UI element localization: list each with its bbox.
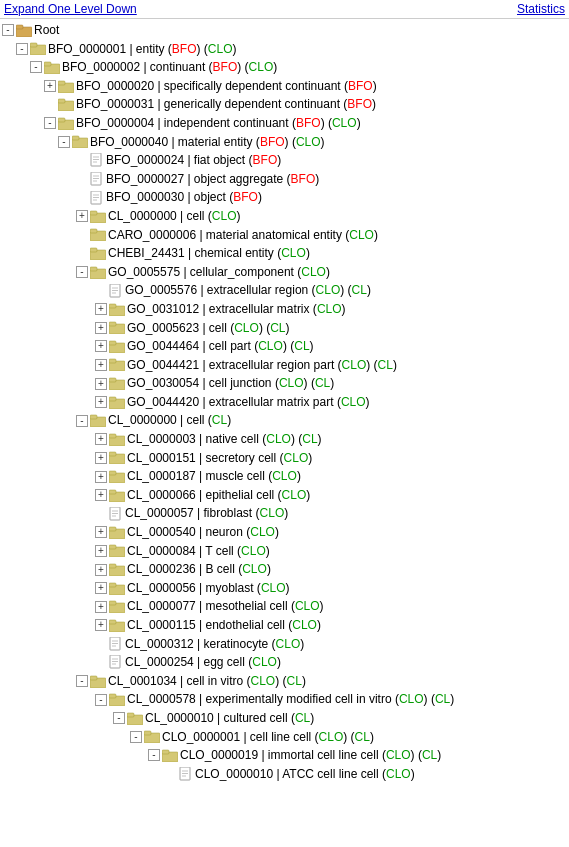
- node-label: GO_0005575 | cellular_component (CLO): [108, 263, 330, 282]
- folder-icon: [90, 210, 106, 223]
- svg-rect-65: [109, 527, 116, 531]
- folder-icon: [109, 619, 125, 632]
- toggle-CL_0000066[interactable]: +: [95, 489, 107, 501]
- folder-icon: [90, 675, 106, 688]
- node-label: CL_0000066 | epithelial cell (CLO): [127, 486, 310, 505]
- node-label: CL_0000000 | cell (CLO): [108, 207, 241, 226]
- svg-rect-43: [109, 341, 116, 345]
- svg-rect-41: [109, 322, 116, 326]
- tree-row: CL_0000057 | fibroblast (CLO): [0, 504, 569, 523]
- svg-rect-67: [109, 545, 116, 549]
- expand-one-level-link[interactable]: Expand One Level Down: [4, 2, 137, 16]
- svg-rect-11: [58, 118, 65, 122]
- svg-rect-59: [109, 490, 116, 494]
- doc-icon: [109, 507, 123, 521]
- toggle-GO_0005575[interactable]: -: [76, 266, 88, 278]
- tree-container: - Root - BFO_0000001 | entity (BFO) (CLO…: [0, 19, 569, 785]
- svg-rect-5: [44, 62, 51, 66]
- node-label: CLO_0000001 | cell line cell (CLO) (CL): [162, 728, 374, 747]
- node-label: CLO_0000010 | ATCC cell line cell (CLO): [195, 765, 415, 784]
- toggle-CL_0000540[interactable]: +: [95, 526, 107, 538]
- toggle-BFO_0000040[interactable]: -: [58, 136, 70, 148]
- tree-row: + CL_0000187 | muscle cell (CLO): [0, 467, 569, 486]
- toggle-CL_0000236[interactable]: +: [95, 564, 107, 576]
- folder-icon: [109, 433, 125, 446]
- toggle-BFO_0000002[interactable]: -: [30, 61, 42, 73]
- tree-row: + CL_0000115 | endothelial cell (CLO): [0, 616, 569, 635]
- svg-rect-93: [162, 750, 169, 754]
- toggle-CL_0001034[interactable]: -: [76, 675, 88, 687]
- tree-row: BFO_0000024 | fiat object (BFO): [0, 151, 569, 170]
- toggle-CL_0000000_1[interactable]: +: [76, 210, 88, 222]
- folder-icon: [162, 749, 178, 762]
- tree-row: + CL_0000066 | epithelial cell (CLO): [0, 486, 569, 505]
- toggle-CL_0000077[interactable]: +: [95, 601, 107, 613]
- tree-row: + GO_0031012 | extracellular matrix (CLO…: [0, 300, 569, 319]
- node-label: GO_0030054 | cell junction (CLO) (CL): [127, 374, 334, 393]
- toggle-CL_0000003[interactable]: +: [95, 433, 107, 445]
- tree-row: + CL_0000084 | T cell (CLO): [0, 542, 569, 561]
- tree-row: - GO_0005575 | cellular_component (CLO): [0, 263, 569, 282]
- toggle-GO_0031012[interactable]: +: [95, 303, 107, 315]
- tree-row: - BFO_0000004 | independent continuant (…: [0, 114, 569, 133]
- toggle-CLO_0000019[interactable]: -: [148, 749, 160, 761]
- folder-icon: [109, 563, 125, 576]
- svg-rect-27: [90, 211, 97, 215]
- node-label: CL_0000236 | B cell (CLO): [127, 560, 271, 579]
- toggle-BFO_0000020[interactable]: +: [44, 80, 56, 92]
- toggle-GO_0030054[interactable]: +: [95, 378, 107, 390]
- node-label: CL_0000003 | native cell (CLO) (CL): [127, 430, 322, 449]
- node-label: CL_0000254 | egg cell (CLO): [125, 653, 281, 672]
- toggle-BFO_0000001[interactable]: -: [16, 43, 28, 55]
- toggle-GO_0044421[interactable]: +: [95, 359, 107, 371]
- tree-row: + CL_0000056 | myoblast (CLO): [0, 579, 569, 598]
- node-label: BFO_0000004 | independent continuant (BF…: [76, 114, 361, 133]
- node-label: GO_0031012 | extracellular matrix (CLO): [127, 300, 346, 319]
- folder-icon: [90, 228, 106, 241]
- toggle-CL_0000578[interactable]: -: [95, 694, 107, 706]
- toggle-CL_0000115[interactable]: +: [95, 619, 107, 631]
- folder-icon: [30, 42, 46, 55]
- tree-row: + CL_0000003 | native cell (CLO) (CL): [0, 430, 569, 449]
- root-toggle[interactable]: -: [2, 24, 14, 36]
- node-label: CL_0000151 | secretory cell (CLO): [127, 449, 312, 468]
- toggle-CL_0000084[interactable]: +: [95, 545, 107, 557]
- statistics-link[interactable]: Statistics: [517, 2, 565, 16]
- toggle-CL_0000151[interactable]: +: [95, 452, 107, 464]
- node-label: GO_0005576 | extracellular region (CLO) …: [125, 281, 371, 300]
- svg-rect-1: [16, 25, 23, 29]
- tree-row: + CL_0000236 | B cell (CLO): [0, 560, 569, 579]
- tree-row: CARO_0000006 | material anatomical entit…: [0, 226, 569, 245]
- node-label: BFO_0000030 | object (BFO): [106, 188, 262, 207]
- toggle-GO_0044464[interactable]: +: [95, 340, 107, 352]
- node-label: BFO_0000020 | specifically dependent con…: [76, 77, 377, 96]
- node-label: GO_0044421 | extracellular region part (…: [127, 356, 397, 375]
- toggle-CLO_0000001[interactable]: -: [130, 731, 142, 743]
- tree-row: + GO_0044464 | cell part (CLO) (CL): [0, 337, 569, 356]
- svg-rect-51: [90, 415, 97, 419]
- folder-icon: [109, 340, 125, 353]
- node-label: CL_0000115 | endothelial cell (CLO): [127, 616, 321, 635]
- toggle-GO_0044420[interactable]: +: [95, 396, 107, 408]
- node-label: CL_0001034 | cell in vitro (CLO) (CL): [108, 672, 306, 691]
- toggle-CL_0000056[interactable]: +: [95, 582, 107, 594]
- toggle-GO_0005623[interactable]: +: [95, 322, 107, 334]
- svg-rect-55: [109, 452, 116, 456]
- toggle-CL_0000187[interactable]: +: [95, 471, 107, 483]
- svg-rect-53: [109, 434, 116, 438]
- svg-rect-47: [109, 378, 116, 382]
- node-label: CL_0000000 | cell (CL): [108, 411, 231, 430]
- toggle-CL_0000000_2[interactable]: -: [76, 415, 88, 427]
- tree-row: CL_0000254 | egg cell (CLO): [0, 653, 569, 672]
- svg-rect-57: [109, 471, 116, 475]
- svg-rect-31: [90, 248, 97, 252]
- toggle-CL_0000010[interactable]: -: [113, 712, 125, 724]
- folder-icon: [109, 358, 125, 371]
- toggle-BFO_0000004[interactable]: -: [44, 117, 56, 129]
- folder-icon: [90, 414, 106, 427]
- folder-icon: [58, 80, 74, 93]
- svg-rect-71: [109, 583, 116, 587]
- node-label: GO_0044464 | cell part (CLO) (CL): [127, 337, 314, 356]
- tree-row: - BFO_0000040 | material entity (BFO) (C…: [0, 133, 569, 152]
- top-bar: Expand One Level Down Statistics: [0, 0, 569, 19]
